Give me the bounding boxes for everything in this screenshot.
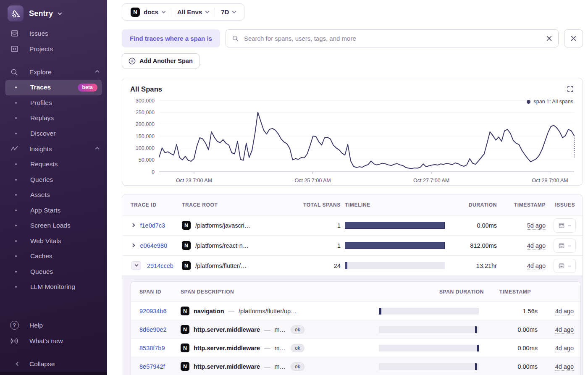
nextjs-icon: N <box>181 307 189 315</box>
span-row[interactable]: 8e57942f N http.server.middleware — m… o… <box>131 357 580 375</box>
sidebar-item-requests[interactable]: Requests <box>0 157 107 172</box>
timestamp[interactable]: 4d ago <box>555 326 574 334</box>
separator: — <box>264 345 270 351</box>
insights-icon <box>9 144 19 153</box>
sidebar-bottom-strip <box>0 372 107 375</box>
search-icon <box>9 68 19 76</box>
table-row[interactable]: f1e0d7c3 N /platforms/javascri… 1 0.00ms… <box>122 215 583 236</box>
column-header: TRACE ROOT <box>182 202 299 208</box>
project-filter[interactable]: N docs <box>125 8 171 17</box>
trace-id-link[interactable]: f1e0d7c3 <box>140 222 165 229</box>
sidebar-item-profiles[interactable]: Profiles <box>0 95 107 111</box>
sidebar-item-caches[interactable]: Caches <box>0 249 107 264</box>
separator: — <box>264 363 270 370</box>
sidebar-item-llm-monitoring[interactable]: LLM Monitoring <box>0 279 107 295</box>
sidebar-item-label: Requests <box>30 160 58 168</box>
table-row[interactable]: e064e980 N /platforms/react-n… 1 812.00m… <box>122 236 583 256</box>
status-badge: ok <box>291 325 304 334</box>
span-id-link[interactable]: 8d6e90e2 <box>139 326 167 333</box>
sidebar-item-label: Caches <box>30 252 52 260</box>
issues-button[interactable]: – <box>554 218 576 233</box>
sidebar-nav: Issues Projects Explore Traces beta Prof… <box>0 26 107 295</box>
column-header: TOTAL SPANS <box>299 202 341 208</box>
duration: 812.00ms <box>450 242 497 249</box>
plus-circle-icon <box>129 58 136 65</box>
issues-button[interactable]: – <box>554 239 576 253</box>
span-row[interactable]: 8d6e90e2 N http.server.middleware — m… o… <box>131 320 580 339</box>
sidebar-section-explore[interactable]: Explore <box>0 64 107 80</box>
trace-id-link[interactable]: 2914cceb <box>147 262 173 269</box>
expand-chevron-icon[interactable] <box>131 244 135 247</box>
timestamp[interactable]: 4d ago <box>527 262 546 270</box>
sidebar-item-discover[interactable]: Discover <box>0 126 107 142</box>
org-switcher[interactable]: Sentry <box>0 0 107 26</box>
span-row[interactable]: 8538f7b9 N http.server.middleware — m… o… <box>131 339 580 357</box>
span-id-link[interactable]: 920934b6 <box>139 308 167 315</box>
issues-button[interactable]: – <box>554 259 576 273</box>
fullscreen-icon[interactable] <box>566 85 575 93</box>
span-target: m… <box>274 326 286 333</box>
sidebar-item-assets[interactable]: Assets <box>0 187 107 203</box>
column-header: ISSUES <box>546 202 583 208</box>
span-query-row: Find traces where a span is <box>122 29 583 47</box>
span-search-box[interactable] <box>226 29 559 47</box>
sidebar-item-web-vitals[interactable]: Web Vitals <box>0 233 107 249</box>
bullet-icon <box>15 194 17 196</box>
trace-results-panel: TRACE ID TRACE ROOT TOTAL SPANS TIMELINE… <box>122 194 583 375</box>
trace-root: /platforms/flutter/… <box>195 262 247 269</box>
sidebar-item-whats-new[interactable]: What's new <box>0 333 107 349</box>
span-target: m… <box>274 363 286 370</box>
sidebar-item-queues[interactable]: Queues <box>0 264 107 280</box>
remove-span-filter-button[interactable] <box>564 29 583 47</box>
sidebar-item-traces[interactable]: Traces beta <box>5 80 102 95</box>
sidebar-item-screen-loads[interactable]: Screen Loads <box>0 218 107 233</box>
trace-id-link[interactable]: e064e980 <box>140 242 168 249</box>
timestamp[interactable]: 5d ago <box>527 222 546 230</box>
sidebar-item-label: Discover <box>30 130 55 137</box>
timestamp[interactable]: 4d ago <box>527 242 546 250</box>
bullet-icon <box>15 240 17 242</box>
sidebar-item-label: Replays <box>30 114 54 122</box>
span-op: http.server.middleware <box>194 363 260 370</box>
chevron-up-icon <box>95 147 100 151</box>
timestamp[interactable]: 4d ago <box>555 308 574 315</box>
sidebar-section-insights[interactable]: Insights <box>0 141 107 157</box>
sidebar-collapse-button[interactable]: Collapse <box>0 356 107 372</box>
sidebar-item-projects[interactable]: Projects <box>0 41 107 57</box>
span-timeline-track <box>379 363 479 370</box>
legend-label: span 1: All spans <box>533 99 573 105</box>
sidebar-item-issues[interactable]: Issues <box>0 26 107 41</box>
all-spans-chart-card: All Spans span 1: All spans 050,000100,0… <box>122 78 583 186</box>
search-input[interactable] <box>243 34 542 42</box>
sidebar-item-app-starts[interactable]: App Starts <box>0 203 107 218</box>
date-range-filter[interactable]: 7D <box>215 8 242 16</box>
span-condition-chip[interactable]: Find traces where a span is <box>122 29 220 47</box>
sidebar-item-replays[interactable]: Replays <box>0 110 107 126</box>
collapse-chevron-button[interactable] <box>131 261 141 270</box>
sidebar-item-label: Screen Loads <box>30 222 71 229</box>
sidebar-section-label: Explore <box>29 68 52 76</box>
add-another-span-button[interactable]: Add Another Span <box>122 53 200 68</box>
timestamp[interactable]: 4d ago <box>555 363 574 371</box>
span-id-link[interactable]: 8538f7b9 <box>139 345 165 351</box>
environment-filter[interactable]: All Envs <box>171 8 215 16</box>
expand-chevron-icon[interactable] <box>131 223 135 227</box>
sidebar-item-label: Help <box>29 322 43 329</box>
svg-text:0: 0 <box>152 169 155 175</box>
sidebar-item-queries[interactable]: Queries <box>0 172 107 188</box>
span-duration: 0.00ms <box>484 363 538 370</box>
chart-legend[interactable]: span 1: All spans <box>527 99 573 105</box>
svg-text:100,000: 100,000 <box>136 145 155 151</box>
sidebar-item-help[interactable]: ? Help <box>0 317 107 333</box>
table-row-expanded[interactable]: 2914cceb N /platforms/flutter/… 24 13.21… <box>122 256 583 276</box>
span-row[interactable]: 920934b6 N navigation — /platforms/flutt… <box>131 302 580 320</box>
search-icon <box>232 35 239 42</box>
span-id-link[interactable]: 8e57942f <box>139 363 165 370</box>
clear-search-icon[interactable] <box>546 35 552 42</box>
column-header: SPAN DURATION <box>378 289 484 295</box>
timestamp[interactable]: 4d ago <box>555 345 574 352</box>
span-timeline-bar <box>379 308 381 315</box>
bullet-icon <box>15 210 17 211</box>
bullet-icon <box>15 117 17 119</box>
chart-title: All Spans <box>130 85 162 93</box>
